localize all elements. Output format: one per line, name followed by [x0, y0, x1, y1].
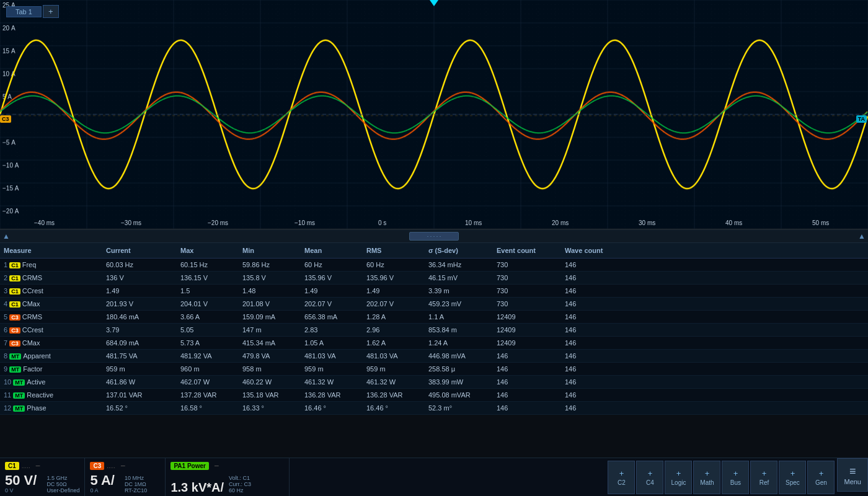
- bus-button[interactable]: +Bus: [722, 461, 749, 494]
- tab-1-button[interactable]: Tab 1: [6, 6, 42, 17]
- cell-sdev: 383.99 mW: [425, 377, 493, 387]
- menu-icon: ≡: [849, 465, 856, 478]
- ref-button[interactable]: +Ref: [750, 461, 777, 494]
- menu-button[interactable]: ≡ Menu: [837, 458, 868, 492]
- cell-min: 159.09 mA: [239, 312, 301, 322]
- cell-sdev: 459.23 mV: [425, 299, 493, 309]
- cell-mean: 136.28 VAR: [301, 390, 363, 400]
- cell-measure: 1 C1Freq: [0, 260, 102, 270]
- cell-current: 136 V: [102, 273, 177, 283]
- cell-measure: 6 C3CCrest: [0, 325, 102, 335]
- cell-min: 415.34 mA: [239, 338, 301, 348]
- cell-mean: 16.46 °: [301, 403, 363, 413]
- control-buttons: +C2+C4+Logic+Math+Bus+Ref+Spec+Gen: [608, 458, 837, 496]
- cell-max: 481.92 VA: [177, 351, 239, 361]
- cell-max: 136.15 V: [177, 273, 239, 283]
- logic-button[interactable]: +Logic: [665, 461, 692, 494]
- cell-rms: 16.46 °: [363, 403, 425, 413]
- cell-min: 460.22 W: [239, 377, 301, 387]
- cell-events: 146: [493, 377, 561, 387]
- col-rms: RMS: [363, 246, 425, 255]
- cell-rms: 136.28 VAR: [363, 390, 425, 400]
- cell-waves: 146: [561, 351, 629, 361]
- cell-measure: 2 C1CRMS: [0, 273, 102, 283]
- cell-waves: 146: [561, 403, 629, 413]
- table-row: 7 C3CMax 684.09 mA 5.73 A 415.34 mA 1.05…: [0, 337, 868, 350]
- cell-rms: 461.32 W: [363, 377, 425, 387]
- spec-button[interactable]: +Spec: [779, 461, 806, 494]
- pa1-section: PA1 Power − 1.3 kV*A/ Volt.: C1 Curr.: C…: [166, 458, 290, 496]
- col-max: Max: [177, 246, 239, 255]
- cell-max: 60.15 Hz: [177, 260, 239, 270]
- cell-measure: 4 C1CMax: [0, 299, 102, 309]
- c1-volts: 50 V/: [5, 474, 37, 487]
- cell-events: 12409: [493, 312, 561, 322]
- cell-min: 479.8 VA: [239, 351, 301, 361]
- table-row: 8 MTApparent 481.75 VA 481.92 VA 479.8 V…: [0, 350, 868, 363]
- tab-add-button[interactable]: +: [43, 5, 59, 18]
- c3-label[interactable]: C3: [90, 462, 104, 470]
- cell-min: 135.18 VAR: [239, 390, 301, 400]
- cell-rms: 1.62 A: [363, 338, 425, 348]
- cell-waves: 146: [561, 364, 629, 374]
- cell-sdev: 46.15 mV: [425, 273, 493, 283]
- cell-mean: 135.96 V: [301, 273, 363, 283]
- cell-waves: 146: [561, 377, 629, 387]
- table-row: 2 C1CRMS 136 V 136.15 V 135.8 V 135.96 V…: [0, 272, 868, 285]
- cell-waves: 146: [561, 299, 629, 309]
- table-row: 3 C1CCrest 1.49 1.5 1.48 1.49 1.49 3.39 …: [0, 285, 868, 298]
- cell-mean: 959 m: [301, 364, 363, 374]
- cell-mean: 1.49: [301, 286, 363, 296]
- scroll-thumb[interactable]: · · · · ·: [409, 232, 459, 241]
- table-row: 5 C3CRMS 180.46 mA 3.66 A 159.09 mA 656.…: [0, 311, 868, 324]
- cell-events: 146: [493, 351, 561, 361]
- cell-min: 201.08 V: [239, 299, 301, 309]
- cell-events: 12409: [493, 338, 561, 348]
- table-row: 4 C1CMax 201.93 V 204.01 V 201.08 V 202.…: [0, 298, 868, 311]
- cell-rms: 1.49: [363, 286, 425, 296]
- cell-min: 59.86 Hz: [239, 260, 301, 270]
- cell-max: 5.05: [177, 325, 239, 335]
- cell-max: 462.07 W: [177, 377, 239, 387]
- cell-max: 960 m: [177, 364, 239, 374]
- cell-max: 3.66 A: [177, 312, 239, 322]
- scroll-left-arrow[interactable]: ▲: [2, 232, 10, 241]
- cell-current: 201.93 V: [102, 299, 177, 309]
- cell-mean: 1.05 A: [301, 338, 363, 348]
- cell-events: 730: [493, 273, 561, 283]
- cell-max: 137.28 VAR: [177, 390, 239, 400]
- cell-events: 730: [493, 286, 561, 296]
- cell-waves: 146: [561, 286, 629, 296]
- col-events: Event count: [493, 246, 561, 255]
- pa1-label[interactable]: PA1 Power: [170, 462, 209, 470]
- cell-mean: 2.83: [301, 325, 363, 335]
- c3-dash: −: [120, 461, 125, 471]
- cell-waves: 146: [561, 390, 629, 400]
- cell-current: 16.52 °: [102, 403, 177, 413]
- cell-sdev: 52.3 m°: [425, 403, 493, 413]
- c1-label[interactable]: C1: [5, 462, 19, 470]
- col-min: Min: [239, 246, 301, 255]
- cell-measure: 3 C1CCrest: [0, 286, 102, 296]
- col-mean: Mean: [301, 246, 363, 255]
- cell-sdev: 1.1 A: [425, 312, 493, 322]
- cell-max: 204.01 V: [177, 299, 239, 309]
- c1-section: C1 ..... − 50 V/ 0 V 1.5 GHz DC 50Ω User…: [0, 458, 85, 496]
- c2-button[interactable]: +C2: [608, 461, 635, 494]
- table-row: 11 MTReactive 137.01 VAR 137.28 VAR 135.…: [0, 389, 868, 402]
- cell-waves: 146: [561, 273, 629, 283]
- scroll-right-arrow[interactable]: ▲: [858, 232, 866, 241]
- gen-button[interactable]: +Gen: [807, 461, 835, 494]
- c1-info: 1.5 GHz DC 50Ω User-Defined: [46, 475, 79, 494]
- pa1-info: Volt.: C1 Curr.: C3 60 Hz: [229, 475, 251, 494]
- table-body: 1 C1Freq 60.03 Hz 60.15 Hz 59.86 Hz 60 H…: [0, 259, 868, 415]
- math-button[interactable]: +Math: [693, 461, 720, 494]
- c4-button[interactable]: +C4: [636, 461, 663, 494]
- col-waves: Wave count: [561, 246, 629, 255]
- cell-rms: 1.28 A: [363, 312, 425, 322]
- table-row: 1 C1Freq 60.03 Hz 60.15 Hz 59.86 Hz 60 H…: [0, 259, 868, 272]
- cell-sdev: 258.58 μ: [425, 364, 493, 374]
- cell-measure: 11 MTReactive: [0, 390, 102, 400]
- cell-waves: 146: [561, 325, 629, 335]
- cell-events: 146: [493, 364, 561, 374]
